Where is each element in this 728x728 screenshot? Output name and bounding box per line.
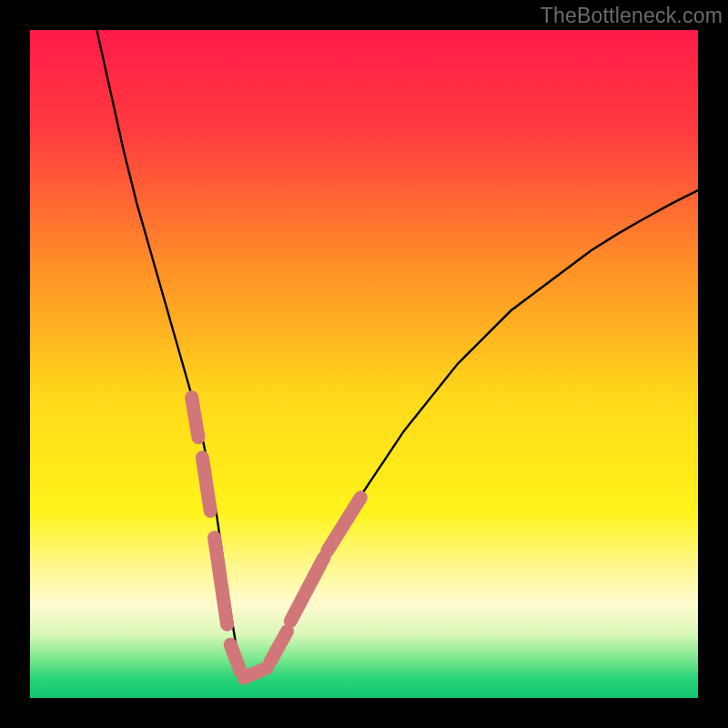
gradient-background [30, 30, 698, 698]
chart-frame [30, 30, 698, 698]
marker-segment [244, 668, 268, 678]
marker-segment [192, 398, 198, 438]
bottleneck-chart [30, 30, 698, 698]
watermark-text: TheBottleneck.com [541, 4, 723, 28]
marker-segment [230, 644, 240, 671]
marker-segment [202, 458, 210, 511]
